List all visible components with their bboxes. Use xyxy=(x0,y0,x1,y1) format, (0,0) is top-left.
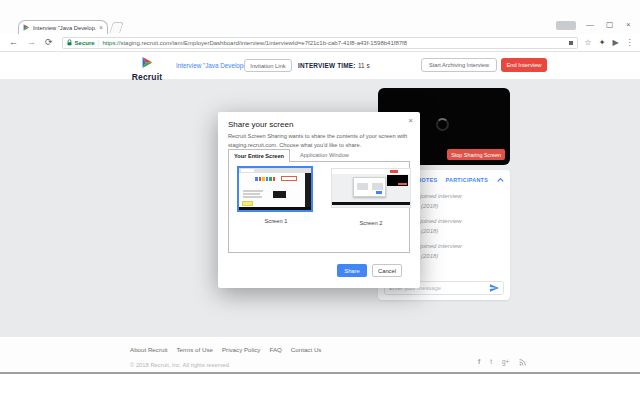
thumbnail-art xyxy=(332,202,410,205)
window-close-icon[interactable]: × xyxy=(626,20,631,29)
thumbnail-art xyxy=(243,193,260,195)
share-button[interactable]: Share xyxy=(337,264,367,277)
recruit-logo[interactable]: Recruit xyxy=(126,54,168,82)
window-bottom-edge xyxy=(0,372,640,374)
recruit-logo-icon xyxy=(141,57,154,68)
tab-application-window[interactable]: Application Window xyxy=(300,152,349,158)
browser-titlebar: Interview "Java Develop..." × — ▢ × xyxy=(0,0,640,34)
footer-link-faq[interactable]: FAQ xyxy=(269,346,281,353)
stop-sharing-button[interactable]: Stop Sharing Screen xyxy=(447,149,505,160)
thumbnail-art xyxy=(376,191,382,194)
browser-toolbar: ← → ⟳ Secure | https://staging.recruit.c… xyxy=(0,34,640,52)
thumbnail-art xyxy=(390,170,398,173)
rss-icon[interactable] xyxy=(519,359,526,366)
footer-link-contact[interactable]: Contact Us xyxy=(291,346,322,353)
dialog-close-icon[interactable]: × xyxy=(409,116,413,125)
footer-link-terms[interactable]: Terms of Use xyxy=(177,346,213,353)
window-minimize-icon[interactable]: — xyxy=(586,20,594,29)
page-footer: About Recruit Terms of Use Privacy Polic… xyxy=(0,337,640,372)
start-archiving-button[interactable]: Start Archiving Interview xyxy=(421,58,497,72)
thumbnail-art xyxy=(239,207,311,211)
extension-play-icon[interactable]: ▶ xyxy=(612,39,618,47)
invitation-link-button[interactable]: Invitation Link xyxy=(244,59,292,72)
chrome-menu-icon[interactable]: ⋮ xyxy=(626,39,634,47)
twitter-icon[interactable]: t xyxy=(490,359,492,366)
thumbnail-art xyxy=(273,191,286,198)
window-maximize-icon[interactable]: ▢ xyxy=(606,20,614,29)
facebook-icon[interactable]: f xyxy=(478,359,480,366)
thumbnail-art xyxy=(239,168,311,173)
new-tab-button[interactable] xyxy=(109,22,124,33)
dialog-title: Share your screen xyxy=(228,120,293,129)
dialog-description: Recruit Screen Sharing wants to share th… xyxy=(228,132,412,149)
cancel-button[interactable]: Cancel xyxy=(372,264,402,277)
omnibox-page-icon[interactable] xyxy=(569,41,573,45)
refresh-icon[interactable]: ⟳ xyxy=(45,38,53,47)
thumbnail-art xyxy=(357,183,368,190)
back-icon[interactable]: ← xyxy=(9,38,18,47)
secure-label: Secure xyxy=(75,40,95,46)
screen-2-label: Screen 2 xyxy=(331,220,411,226)
recruit-favicon-icon xyxy=(23,24,30,31)
thumbnail-art xyxy=(242,201,253,206)
thumbnail-art xyxy=(353,177,386,197)
footer-links: About Recruit Terms of Use Privacy Polic… xyxy=(130,346,321,353)
chevron-up-icon[interactable] xyxy=(497,177,504,183)
thumbnail-art xyxy=(398,183,407,186)
loading-spinner-icon xyxy=(436,118,449,131)
thumbnail-art xyxy=(255,177,275,181)
thumbnail-art xyxy=(243,196,262,198)
thumbnail-art xyxy=(281,176,297,181)
extension-icon[interactable]: ✦ xyxy=(599,39,606,47)
tab-participants[interactable]: PARTICIPANTS xyxy=(445,177,488,183)
browser-tab[interactable]: Interview "Java Develop..." × xyxy=(18,20,108,34)
forward-icon[interactable]: → xyxy=(27,38,36,47)
url-rest: staging.recruit.com/iam/EmployerDashboar… xyxy=(120,40,407,46)
url-text[interactable]: https://staging.recruit.com/iam/Employer… xyxy=(102,40,407,46)
address-bar[interactable]: Secure | https://staging.recruit.com/iam… xyxy=(62,37,578,49)
share-screen-dialog: × Share your screen Recruit Screen Shari… xyxy=(218,112,420,288)
url-scheme: https:// xyxy=(102,40,120,46)
footer-link-privacy[interactable]: Privacy Policy xyxy=(222,346,261,353)
thumbnail-art xyxy=(305,168,311,210)
interview-time-value: 11 s xyxy=(358,62,370,69)
bookmark-star-icon[interactable]: ☆ xyxy=(585,39,592,47)
thumbnail-art xyxy=(241,169,254,172)
profile-chip[interactable] xyxy=(556,21,576,30)
tab-entire-screen[interactable]: Your Entire Screen xyxy=(228,149,290,162)
end-interview-button[interactable]: End Interview xyxy=(501,58,547,72)
copyright-text: © 2018 Recruit, Inc. All rights reserved… xyxy=(130,362,231,368)
send-icon[interactable] xyxy=(490,284,499,292)
interview-time-label: INTERVIEW TIME: xyxy=(298,62,356,69)
tab-title: Interview "Java Develop..." xyxy=(33,25,96,31)
googleplus-icon[interactable]: g+ xyxy=(502,359,509,366)
thumbnail-art xyxy=(372,183,383,190)
thumbnail-art xyxy=(387,175,408,186)
tab-close-icon[interactable]: × xyxy=(99,24,103,31)
omnibox-separator: | xyxy=(98,39,100,46)
screen-2-thumbnail[interactable] xyxy=(331,168,411,208)
social-icons: f t g+ xyxy=(478,359,526,366)
screenshot-root: Interview "Java Develop..." × — ▢ × ← → … xyxy=(0,0,640,400)
screen-picker: Screen 1 Screen 2 xyxy=(228,161,410,253)
lock-icon xyxy=(67,39,72,46)
screen-1-label: Screen 1 xyxy=(237,218,315,224)
interview-title-link[interactable]: Interview "Java Developer" xyxy=(176,62,251,69)
screen-1-thumbnail[interactable] xyxy=(237,166,313,212)
footer-link-about[interactable]: About Recruit xyxy=(130,346,168,353)
thumbnail-art xyxy=(332,169,410,174)
thumbnail-art xyxy=(243,190,263,192)
